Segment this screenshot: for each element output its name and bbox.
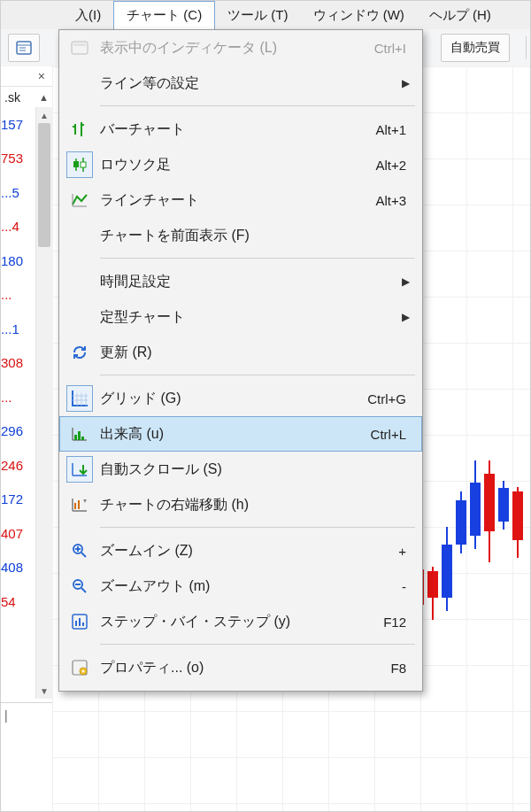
svg-rect-26 — [78, 431, 81, 440]
svg-rect-45 — [79, 618, 81, 626]
toolbar-autotrade-button[interactable]: 自動売買 — [441, 34, 510, 62]
svg-marker-35 — [83, 499, 87, 503]
menubar: 入(I) チャート (C) ツール (T) ウィンドウ (W) ヘルプ (H) — [1, 1, 530, 30]
zoom-out-icon — [67, 574, 92, 599]
candle — [470, 460, 481, 549]
price-list: 1577535...4...180...1...308...2962461724… — [1, 107, 36, 619]
menu-zoom-in[interactable]: ズームイン (Z) + — [59, 533, 422, 568]
menu-item-label: グリッド (G) — [100, 390, 332, 408]
price-value[interactable]: ... — [1, 278, 36, 313]
menu-line-chart[interactable]: ラインチャート Alt+3 — [59, 182, 422, 218]
menu-separator — [100, 375, 415, 376]
side-panel-title: .sk ▲ — [1, 87, 52, 108]
chart-dropdown: 表示中のインディケータ (L) Ctrl+I ライン等の設定 ▶ バーチャート … — [58, 29, 423, 692]
menu-item-shortcut: Ctrl+G — [332, 391, 422, 406]
menu-item-shortcut: + — [332, 544, 422, 559]
menu-help[interactable]: ヘルプ (H) — [417, 2, 504, 29]
refresh-icon — [67, 340, 92, 365]
svg-line-41 — [81, 588, 86, 592]
menu-item-label: ステップ・バイ・ステップ (y) — [100, 613, 332, 631]
price-value[interactable]: 308 — [1, 346, 36, 381]
candle — [456, 491, 466, 553]
scroll-thumb[interactable] — [38, 123, 50, 247]
menu-item-label: ズームイン (Z) — [100, 542, 332, 561]
menu-zoom-out[interactable]: ズームアウト (m) - — [59, 568, 422, 604]
submenu-arrow-icon: ▶ — [402, 275, 410, 288]
side-bottom-bar: | — [1, 702, 59, 728]
svg-rect-5 — [73, 43, 86, 46]
menu-refresh[interactable]: 更新 (R) — [59, 335, 422, 370]
bar-chart-icon — [67, 117, 92, 142]
toolbar-button-panel[interactable] — [8, 34, 40, 62]
shift-icon — [67, 492, 92, 517]
menu-item-label: 定型チャート — [100, 308, 422, 327]
menu-properties[interactable]: プロパティ... (o) F8 — [59, 650, 422, 685]
side-panel: × .sk ▲ 1577535...4...180...1...308...29… — [1, 66, 53, 702]
menu-separator — [100, 105, 415, 107]
menu-volume[interactable]: 出来高 (u) Ctrl+L — [59, 416, 422, 452]
price-value[interactable]: 407 — [1, 516, 36, 551]
menu-item-label: 表示中のインディケータ (L) — [100, 39, 332, 58]
price-value[interactable]: ... — [1, 380, 36, 414]
properties-icon — [67, 655, 92, 680]
grid-icon — [66, 385, 93, 412]
price-value[interactable]: 180 — [1, 244, 36, 278]
price-value[interactable]: 4... — [1, 210, 36, 244]
price-value[interactable]: 408 — [1, 551, 36, 585]
menu-item-shortcut: Ctrl+I — [332, 41, 422, 56]
menu-step[interactable]: ステップ・バイ・ステップ (y) F12 — [59, 604, 422, 639]
chevron-up-icon[interactable]: ▲ — [39, 92, 49, 103]
menu-grid[interactable]: グリッド (G) Ctrl+G — [59, 381, 422, 416]
menu-item-label: 自動スクロール (S) — [100, 460, 422, 479]
candle — [498, 481, 509, 530]
menu-item-label: ライン等の設定 — [100, 74, 422, 93]
candlestick-icon — [66, 151, 93, 178]
svg-rect-13 — [81, 162, 86, 167]
menu-tools[interactable]: ツール (T) — [215, 2, 300, 29]
submenu-arrow-icon: ▶ — [402, 77, 410, 89]
menu-periodicity[interactable]: 時間足設定 ▶ — [59, 264, 422, 299]
svg-rect-11 — [73, 161, 79, 167]
price-value[interactable]: 296 — [1, 414, 36, 449]
indicators-icon — [67, 35, 92, 60]
menu-item-label: チャートを前面表示 (F) — [100, 227, 422, 245]
menu-item-label: 時間足設定 — [100, 273, 422, 291]
scroll-up-icon[interactable]: ▲ — [36, 107, 52, 123]
menu-chart-shift[interactable]: チャートの右端移動 (h) — [59, 487, 422, 522]
menu-objects[interactable]: ライン等の設定 ▶ — [59, 66, 422, 101]
menu-foreground[interactable]: チャートを前面表示 (F) — [59, 218, 422, 253]
price-value[interactable]: 1... — [1, 312, 36, 346]
menu-item-shortcut: F12 — [332, 615, 422, 630]
menu-candlestick[interactable]: ロウソク足 Alt+2 — [59, 147, 422, 182]
menu-item-label: ズームアウト (m) — [100, 577, 332, 596]
menu-window[interactable]: ウィンドウ (W) — [301, 2, 417, 29]
price-value[interactable]: 157 — [1, 107, 36, 142]
price-value[interactable]: 5... — [1, 175, 36, 210]
menu-chart[interactable]: チャート (C) — [113, 1, 215, 29]
menu-item-label: 出来高 (u) — [100, 425, 332, 444]
price-value[interactable]: 54 — [1, 584, 36, 619]
menu-item-label: ラインチャート — [100, 191, 332, 210]
side-panel-close[interactable]: × — [1, 66, 52, 87]
menu-item-label: 更新 (R) — [100, 344, 422, 362]
menu-item-shortcut: Ctrl+L — [332, 427, 422, 442]
menu-autoscroll[interactable]: 自動スクロール (S) — [59, 452, 422, 487]
svg-point-49 — [82, 670, 85, 673]
candle — [427, 567, 438, 620]
svg-rect-25 — [74, 435, 77, 440]
menu-insert[interactable]: 入(I) — [63, 2, 113, 29]
price-value[interactable]: 172 — [1, 483, 36, 517]
scroll-down-icon[interactable]: ▼ — [36, 683, 52, 699]
side-scrollbar[interactable]: ▲ ▼ — [35, 107, 52, 699]
candle — [442, 527, 452, 611]
menu-separator — [100, 527, 415, 529]
svg-rect-27 — [81, 437, 84, 440]
menu-item-shortcut: Alt+3 — [332, 193, 422, 208]
menu-template[interactable]: 定型チャート ▶ — [59, 299, 422, 335]
menu-bar-chart[interactable]: バーチャート Alt+1 — [59, 112, 422, 147]
price-value[interactable]: 246 — [1, 448, 36, 483]
price-value[interactable]: 753 — [1, 142, 36, 176]
zoom-in-icon — [67, 538, 92, 563]
menu-item-label: ロウソク足 — [100, 156, 332, 174]
svg-rect-46 — [82, 623, 84, 626]
